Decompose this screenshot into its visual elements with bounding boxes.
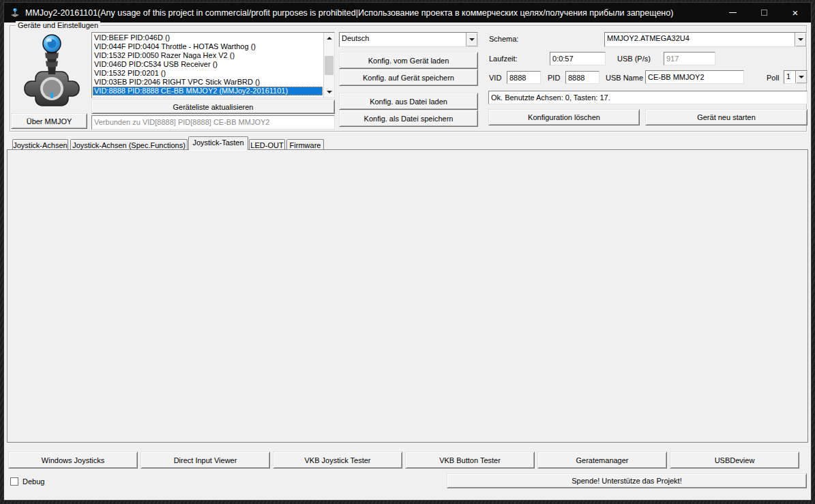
chevron-down-icon[interactable] (795, 71, 807, 83)
scroll-down-icon[interactable] (324, 87, 334, 98)
poll-value: 1 (784, 71, 795, 83)
app-icon (10, 8, 20, 18)
usbdeview-button[interactable]: USBDeview (670, 451, 799, 469)
language-value: Deutsch (340, 33, 466, 46)
geratemanager-button[interactable]: Geratemanager (537, 451, 667, 469)
triangle-up-icon (327, 37, 332, 40)
device-list-item[interactable]: VID:044F PID:0404 Throttle - HOTAS Warth… (93, 42, 323, 51)
vkb-joystick-tester-button[interactable]: VKB Joystick Tester (273, 451, 402, 469)
delete-configuration-button[interactable]: Konfiguration löschen (488, 109, 640, 125)
tab-page (7, 149, 808, 443)
device-list-item[interactable]: VID:1532 PID:0050 Razer Naga Hex V2 () (93, 51, 323, 60)
pid-label: PID (548, 74, 560, 82)
tab-led-out[interactable]: LED-OUT (249, 139, 285, 149)
debug-label: Debug (23, 477, 44, 486)
close-button[interactable]: × (780, 3, 811, 23)
bottom-toolbar: Windows JoysticksDirect Input ViewerVKB … (8, 451, 799, 469)
maximize-icon (761, 10, 767, 16)
usb-ps-field: 917 (664, 52, 715, 65)
vid-field[interactable]: 8888 (507, 71, 541, 84)
pid-field[interactable]: 8888 (565, 71, 599, 84)
connection-status-field: Verbunden zu VID[8888] PID[8888] CE-BB M… (91, 115, 335, 130)
vkb-button-tester-button[interactable]: VKB Button Tester (405, 451, 535, 469)
tab-joystick-achsen-spec-functions[interactable]: Joystick-Achsen (Spec.Functions) (70, 139, 188, 149)
schema-select[interactable]: MMJOY2.ATMEGA32U4 (604, 32, 807, 47)
load-config-from-device-button[interactable]: Konfig. vom Gerät laden (339, 52, 478, 69)
device-list-item[interactable]: VID:046D PID:C534 USB Receiver () (93, 60, 323, 69)
poll-label: Poll (767, 74, 779, 82)
window-title: MMJoy2-20161101(Any usage of this projec… (25, 8, 717, 18)
app-window: MMJoy2-20161101(Any usage of this projec… (3, 2, 812, 501)
about-mmjoy-button[interactable]: Über MMJOY (11, 113, 87, 129)
triangle-down-icon (798, 38, 803, 41)
desktop: { "window": { "title": "MMJoy2-20161101(… (0, 0, 815, 504)
poll-select[interactable]: 1 (784, 70, 807, 84)
triangle-down-icon (327, 91, 332, 93)
tab-firmware[interactable]: Firmware (286, 139, 324, 149)
runtime-label: Laufzeit: (489, 55, 518, 63)
runtime-field: 0:0:57 (550, 52, 606, 65)
restart-device-button[interactable]: Gerät neu starten (645, 109, 807, 125)
window-body: Geräte und Einstellugen Über MMJOY (4, 23, 811, 501)
device-list-item[interactable]: VID:BEEF PID:046D () (93, 33, 323, 42)
triangle-down-icon (469, 38, 475, 41)
refresh-device-list-button[interactable]: Geräteliste aktualisieren (91, 100, 335, 114)
language-select[interactable]: Deutsch (339, 32, 478, 47)
scroll-up-icon[interactable] (324, 33, 334, 44)
tab-joystick-achsen[interactable]: Joystick-Achsen (12, 139, 68, 149)
close-icon: × (792, 8, 799, 18)
device-list-item[interactable]: VID:03EB PID:2046 RIGHT VPC Stick WarBRD… (93, 78, 323, 87)
joystick-image (16, 32, 87, 110)
triangle-down-icon (799, 76, 804, 78)
tab-joystick-tasten[interactable]: Joystick-Tasten (188, 136, 248, 150)
chevron-down-icon[interactable] (466, 33, 477, 46)
usb-name-field[interactable]: CE-BB MMJOY2 (645, 70, 744, 84)
devices-group-label: Geräte und Einstellugen (16, 21, 100, 30)
device-list: VID:BEEF PID:046D ()VID:044F PID:0404 Th… (93, 33, 323, 97)
schema-value: MMJOY2.ATMEGA32U4 (605, 33, 795, 46)
load-config-from-file-button[interactable]: Konfig. aus Datei laden (339, 93, 478, 110)
direct-input-viewer-button[interactable]: Direct Input Viewer (140, 451, 270, 469)
save-config-to-device-button[interactable]: Konfig. auf Gerät speichern (339, 69, 478, 86)
windows-joysticks-button[interactable]: Windows Joysticks (8, 451, 138, 469)
minimize-icon (729, 12, 737, 13)
scrollbar-thumb[interactable] (325, 56, 334, 75)
chevron-down-icon[interactable] (795, 33, 806, 46)
device-list-scrollbar[interactable] (323, 33, 334, 98)
save-config-as-file-button[interactable]: Konfig. als Datei speichern (339, 110, 478, 127)
titlebar[interactable]: MMJoy2-20161101(Any usage of this projec… (4, 3, 811, 23)
maximize-button[interactable] (748, 3, 780, 23)
vid-label: VID (489, 74, 501, 82)
minimize-button[interactable] (717, 3, 748, 23)
donate-button[interactable]: Spende! Unterstütze das Projekt! (447, 473, 807, 488)
device-listbox: VID:BEEF PID:046D ()VID:044F PID:0404 Th… (91, 32, 335, 98)
schema-label: Schema: (489, 35, 518, 43)
debug-checkbox[interactable] (10, 477, 18, 486)
device-list-item[interactable]: VID:8888 PID:8888 CE-BB MMJOY2 (MMJoy2-2… (93, 87, 323, 95)
usb-name-label: USB Name (606, 74, 643, 82)
device-list-item[interactable]: VID:1532 PID:0201 () (93, 69, 323, 78)
device-status-field: Ok. Benutzte Achsen: 0, Tasten: 17. (488, 91, 807, 104)
usb-ps-label: USB (P/s) (617, 55, 651, 63)
